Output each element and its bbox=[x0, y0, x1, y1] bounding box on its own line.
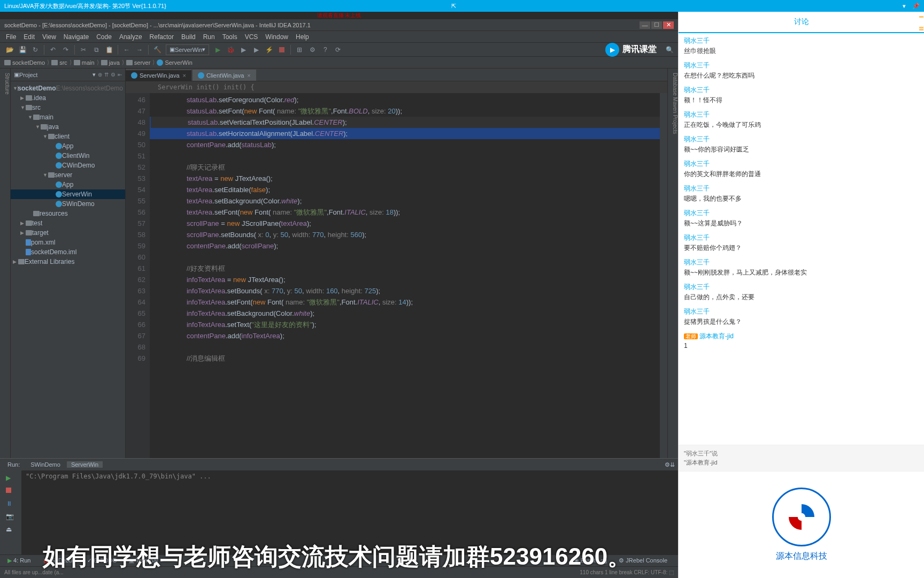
menu-tools[interactable]: Tools bbox=[219, 33, 241, 41]
tree-node-.idea[interactable]: ▶ .idea bbox=[11, 93, 125, 103]
coverage-icon[interactable]: ▶ bbox=[238, 44, 249, 55]
right-tool-tabs[interactable]: Database Maven Projects bbox=[667, 69, 678, 458]
tree-node-swindemo[interactable]: SWinDemo bbox=[11, 199, 125, 209]
gear-icon[interactable]: ⚙ bbox=[665, 461, 670, 468]
close-button[interactable]: ✕ bbox=[663, 21, 674, 29]
maximize-button[interactable]: ☐ bbox=[651, 21, 662, 29]
tree-node-pom.xml[interactable]: pom.xml bbox=[11, 238, 125, 247]
tree-node-cwindemo[interactable]: CWinDemo bbox=[11, 161, 125, 170]
menu-vcs[interactable]: VCS bbox=[241, 33, 262, 41]
minimize-button[interactable]: — bbox=[640, 21, 650, 29]
sync-icon[interactable]: ↻ bbox=[30, 44, 41, 55]
editor-tab[interactable]: ClientWin.java× bbox=[192, 70, 256, 81]
settings-icon[interactable]: ⚙ bbox=[307, 44, 318, 55]
pause-icon[interactable]: ⏸ bbox=[6, 500, 16, 509]
chat-messages[interactable]: 弱水三千丝巾很抢眼弱水三千在想什么呢？想吃东西吗弱水三千额！！怪不得弱水三千正在… bbox=[679, 33, 924, 445]
menu-analyze[interactable]: Analyze bbox=[116, 33, 146, 41]
left-tool-tabs[interactable]: Structure bbox=[0, 69, 11, 458]
code-content[interactable]: statusLab.setForeground(Color.red); stat… bbox=[150, 93, 660, 458]
profile-icon[interactable]: ▶ bbox=[251, 44, 261, 55]
hide-icon[interactable]: ⇤ bbox=[118, 72, 122, 78]
tree-node-external libraries[interactable]: ▶ External Libraries bbox=[11, 257, 125, 267]
cut-icon[interactable]: ✂ bbox=[78, 44, 89, 55]
menu-refactor[interactable]: Refactor bbox=[146, 33, 178, 41]
breadcrumb-item[interactable]: ServerWin bbox=[165, 59, 192, 66]
code-area[interactable]: 4647484950515253545556575859606162636465… bbox=[126, 93, 667, 458]
jrebel-icon[interactable]: ⟳ bbox=[333, 44, 343, 55]
back-icon[interactable]: ← bbox=[121, 44, 132, 55]
tree-node-socketdemo.iml[interactable]: socketDemo.iml bbox=[11, 247, 125, 257]
close-tab-icon[interactable]: × bbox=[183, 72, 186, 79]
help-icon[interactable]: ? bbox=[320, 44, 330, 55]
menu-help[interactable]: Help bbox=[292, 33, 313, 41]
run-tab-swindemo[interactable]: SWinDemo bbox=[26, 461, 65, 468]
build-icon[interactable]: 🔨 bbox=[152, 44, 163, 55]
menu-code[interactable]: Code bbox=[93, 33, 116, 41]
menu-edit[interactable]: Edit bbox=[20, 33, 38, 41]
menu-navigate[interactable]: Navigate bbox=[60, 33, 93, 41]
tree-node-serverwin[interactable]: ServerWin bbox=[11, 189, 125, 199]
menu-run[interactable]: Run bbox=[199, 33, 219, 41]
minimize-icon[interactable]: ⇊ bbox=[670, 461, 675, 468]
save-icon[interactable]: 💾 bbox=[17, 44, 28, 55]
menu-view[interactable]: View bbox=[38, 33, 60, 41]
chevron-down-icon[interactable]: ▾ bbox=[93, 71, 96, 78]
breadcrumb-item[interactable]: src bbox=[59, 59, 67, 66]
paste-icon[interactable]: 📋 bbox=[104, 44, 114, 55]
tree-node-app[interactable]: App bbox=[11, 180, 125, 189]
tab-run[interactable]: ▶ 4: Run bbox=[3, 557, 35, 564]
breadcrumb-item[interactable]: java bbox=[109, 59, 120, 66]
forward-icon[interactable]: → bbox=[134, 44, 145, 55]
line-gutter[interactable]: 4647484950515253545556575859606162636465… bbox=[126, 93, 150, 458]
redo-icon[interactable]: ↷ bbox=[60, 44, 71, 55]
breadcrumb-item[interactable]: main bbox=[82, 59, 95, 66]
project-tree[interactable]: ▼ socketDemo E:\lessons\socketDemo▶ .ide… bbox=[11, 81, 125, 458]
tree-node-resources[interactable]: resources bbox=[11, 209, 125, 218]
breadcrumb-item[interactable]: server bbox=[134, 59, 151, 66]
menu-build[interactable]: Build bbox=[178, 33, 199, 41]
dropdown-icon[interactable]: ▾ bbox=[903, 3, 906, 10]
editor-tab[interactable]: ServerWin.java× bbox=[126, 70, 191, 81]
page-title: Linux/JAVA开发/大数据/vue/高并发/架构- 第20节 Ver{1.… bbox=[4, 2, 445, 10]
run-icon[interactable]: ▶ bbox=[212, 44, 223, 55]
play-logo-icon: ▶ bbox=[605, 43, 619, 57]
exit-icon[interactable]: ⏏ bbox=[6, 526, 16, 535]
run-config-selector[interactable]: ▣ ServerWin ▾ bbox=[166, 44, 209, 55]
tree-node-client[interactable]: ▼ client bbox=[11, 132, 125, 141]
menu-window[interactable]: Window bbox=[261, 33, 292, 41]
gear-icon[interactable]: ⚙ bbox=[111, 72, 116, 78]
tree-node-test[interactable]: ▶ test bbox=[11, 218, 125, 228]
tree-node-target[interactable]: ▶ target bbox=[11, 228, 125, 238]
close-tab-icon[interactable]: × bbox=[247, 72, 250, 79]
run-config-icon: ▣ bbox=[170, 46, 175, 53]
tree-node-clientwin[interactable]: ClientWin bbox=[11, 151, 125, 161]
tree-node-src[interactable]: ▼ src bbox=[11, 103, 125, 112]
tree-node-java[interactable]: ▼ java bbox=[11, 122, 125, 132]
open-icon[interactable]: 📂 bbox=[4, 44, 15, 55]
rerun-icon[interactable]: ▶ bbox=[6, 474, 16, 484]
tree-node-main[interactable]: ▼ main bbox=[11, 112, 125, 122]
undo-icon[interactable]: ↶ bbox=[48, 44, 58, 55]
dump-icon[interactable]: 📷 bbox=[6, 513, 16, 522]
menu-file[interactable]: File bbox=[2, 33, 20, 41]
stop-icon[interactable] bbox=[6, 487, 16, 497]
collapse-icon[interactable]: ⇈ bbox=[104, 72, 109, 78]
run-tab-serverwin[interactable]: ServerWin bbox=[67, 461, 103, 468]
project-view-icon: ▣ bbox=[14, 71, 19, 78]
tree-node-app[interactable]: App bbox=[11, 141, 125, 151]
search-icon[interactable]: 🔍 bbox=[666, 46, 674, 54]
attach-icon[interactable]: ⚡ bbox=[264, 44, 274, 55]
stop-icon[interactable] bbox=[276, 44, 287, 55]
chat-tab-discussion[interactable]: 讨论 bbox=[679, 12, 924, 33]
chat-panel: 讨论 弱水三千丝巾很抢眼弱水三千在想什么呢？想吃东西吗弱水三千额！！怪不得弱水三… bbox=[678, 12, 924, 578]
copy-icon[interactable]: ⧉ bbox=[91, 44, 102, 55]
structure-icon[interactable]: ⊞ bbox=[294, 44, 305, 55]
debug-icon[interactable]: 🐞 bbox=[225, 44, 236, 55]
breadcrumb-item[interactable]: socketDemo bbox=[12, 59, 45, 66]
locate-icon[interactable]: ⊕ bbox=[98, 72, 102, 78]
tree-node-socketdemo[interactable]: ▼ socketDemo E:\lessons\socketDemo bbox=[11, 83, 125, 93]
share-icon[interactable]: ⇱ bbox=[451, 3, 456, 10]
project-pane-label[interactable]: Project bbox=[19, 72, 93, 78]
org-name: 源本信息科技 bbox=[776, 551, 827, 562]
tree-node-server[interactable]: ▼ server bbox=[11, 170, 125, 180]
